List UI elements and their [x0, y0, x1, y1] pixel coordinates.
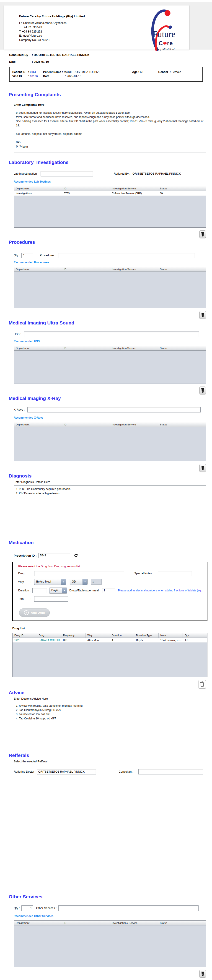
- consultant-input[interactable]: [138, 769, 203, 775]
- table-header-cell: Department: [14, 267, 62, 272]
- refresh-prescription-button[interactable]: [72, 552, 79, 559]
- way-label: Way: [18, 580, 31, 584]
- patient-name-label: Patient Name: [43, 70, 61, 74]
- referred-by-value: ORITSETSETOS RAPHAEL PINNICK: [132, 172, 181, 175]
- advice-title: Advice: [9, 690, 206, 695]
- advice-subtitle: Enter Doctor's Advice Here: [14, 697, 206, 700]
- consultant-label: Consultant: [119, 770, 132, 773]
- table-cell: Ok: [158, 191, 206, 196]
- way-select[interactable]: Before Meal ▼: [34, 579, 66, 585]
- referred-by-label: Reffered By :: [114, 172, 130, 175]
- other-qty-input[interactable]: [21, 905, 33, 911]
- xray-input[interactable]: [27, 407, 201, 412]
- drug-list-label: Drug List: [12, 627, 206, 630]
- recommended-procedures-link[interactable]: Recommended Procedures: [14, 261, 49, 264]
- drug-input[interactable]: [34, 571, 124, 576]
- procedures-table-delete-button[interactable]: [199, 311, 206, 319]
- duration-type-select[interactable]: Day/s ▼: [49, 587, 67, 593]
- table-cell: Day/s: [134, 638, 159, 642]
- recommended-other-services-link[interactable]: Recommended Other Services: [14, 915, 53, 918]
- ultrasound-title: Medical Imaging Ultra Sound: [9, 320, 206, 326]
- table-header-cell: Department: [14, 186, 62, 191]
- patient-info-box: Patient ID : 6961 Patient Name : MARIE R…: [9, 67, 203, 82]
- prescription-id-input[interactable]: [38, 553, 70, 558]
- table-header-cell: Duration: [110, 633, 134, 638]
- table-header-cell: ID: [62, 346, 110, 350]
- recommended-lab-testings-link[interactable]: Recommended Lab Testings: [14, 180, 51, 183]
- table-cell: 4: [110, 638, 134, 642]
- consult-date: : 2025-01-10: [32, 60, 49, 64]
- trash-icon: [201, 466, 204, 470]
- lab-investigation-input[interactable]: [40, 171, 93, 177]
- diagnosis-subtitle: Enter Diagnosis Details Here: [14, 480, 206, 484]
- duration-input[interactable]: [32, 588, 47, 593]
- xray-title: Medical Imaging X-Ray: [9, 396, 206, 401]
- procedures-input[interactable]: [58, 253, 195, 258]
- table-cell: 15ml morning a...: [159, 638, 183, 642]
- heart-icon: ❤: [163, 41, 167, 46]
- table-header-cell: Way: [85, 633, 110, 638]
- add-drug-button[interactable]: + Add Drug: [19, 608, 50, 617]
- referring-doctor-input[interactable]: [37, 769, 96, 775]
- table-header-cell: Drug: [37, 633, 61, 638]
- table-cell: 5753: [62, 191, 110, 196]
- referral-list-box[interactable]: [14, 778, 206, 887]
- uss-table-delete-button[interactable]: [199, 387, 206, 394]
- company-address: Le Chainter,Victoria,Mahe,Seychelles: [19, 21, 112, 25]
- logo-wordmark-care: C❤re: [159, 40, 173, 47]
- chevron-down-icon: ▼: [61, 579, 66, 585]
- table-header-cell: Status: [158, 186, 206, 191]
- advice-textarea[interactable]: 1. review with results, take sample on m…: [14, 702, 206, 745]
- special-notes-input[interactable]: [158, 571, 192, 576]
- table-header-cell: Qty: [183, 633, 207, 638]
- age-label: Age: [132, 70, 138, 74]
- patient-id-value: 6961: [30, 70, 43, 74]
- table-header-cell: Note: [159, 633, 183, 638]
- table-row[interactable]: 1420BARAKA COFSIDBIDAfter Meal4Day/s15ml…: [13, 638, 207, 643]
- age-value: 63: [140, 70, 158, 74]
- drug-list-delete-button[interactable]: [199, 680, 206, 689]
- gender-label: Gender: [158, 70, 168, 74]
- table-cell: BID: [61, 638, 86, 642]
- uss-input[interactable]: [24, 331, 199, 337]
- lab-table-delete-button[interactable]: [199, 230, 206, 238]
- table-header-cell: Department: [14, 422, 62, 427]
- drug-entry-box: Please select the Drug from Drug suggess…: [12, 562, 207, 621]
- diagnosis-textarea[interactable]: 1. ?LRTI r/o Community acquired pneumoni…: [14, 485, 206, 532]
- referring-doctor-label: Reffering Doctor: [14, 770, 34, 773]
- per-meal-input[interactable]: [102, 588, 116, 593]
- total-input[interactable]: [34, 596, 68, 601]
- company-number: Company No.8417652-2: [19, 38, 112, 42]
- other-services-input[interactable]: [58, 905, 199, 911]
- recommended-xray-link[interactable]: Recommended X-Rays: [14, 416, 43, 419]
- visit-date-label: Date: [43, 75, 65, 78]
- patient-name-value: MARIE ROSEMILA TOLBIZE: [64, 70, 132, 74]
- complaints-subtitle: Enter Complaints Here: [14, 103, 206, 107]
- consult-date-label: Date: [9, 60, 32, 64]
- presenting-complaints-title: Presenting Complaints: [9, 92, 206, 97]
- table-cell: C-Reactive Protein (CRP): [110, 191, 158, 196]
- table-row[interactable]: Investigations5753C-Reactive Protein (CR…: [14, 191, 206, 196]
- trash-icon: [200, 681, 204, 687]
- drug-suggestion-notice: Please select the Drug from Drug suggess…: [18, 565, 207, 568]
- procedures-qty-input[interactable]: [21, 253, 33, 258]
- consulted-by-label: Consulted By: [9, 53, 32, 57]
- xray-table: DepartmentIDInvestigation/ServiceStatus: [14, 422, 206, 461]
- complaints-textarea[interactable]: pt seen, managed for ?Sepsis focus Phary…: [14, 109, 206, 153]
- visit-date-value: 2025-01-10: [67, 75, 81, 78]
- xray-table-delete-button[interactable]: [199, 464, 206, 472]
- other-services-field-label: Other Services :: [36, 907, 56, 910]
- company-email: E: jude@future.sc: [19, 33, 112, 38]
- uss-table: DepartmentIDInvestigation/ServiceStatus: [14, 345, 206, 384]
- per-meal-label: Drugs/Tablets per meal :: [69, 589, 100, 592]
- table-header-cell: Status: [158, 346, 206, 350]
- xray-field-label: X-Rays :: [14, 408, 25, 411]
- logo-tagline: Body Mind Soul: [156, 47, 175, 51]
- recommended-uss-link[interactable]: Recommended USS: [14, 340, 40, 343]
- table-header-cell: ID: [62, 186, 110, 191]
- other-services-delete-button[interactable]: [199, 970, 206, 977]
- frequency-select[interactable]: OD ▼: [70, 579, 88, 585]
- procedures-title: Procedures: [9, 239, 206, 245]
- other-qty-label: Qty :: [14, 907, 19, 910]
- other-services-title: Other Services: [9, 894, 206, 899]
